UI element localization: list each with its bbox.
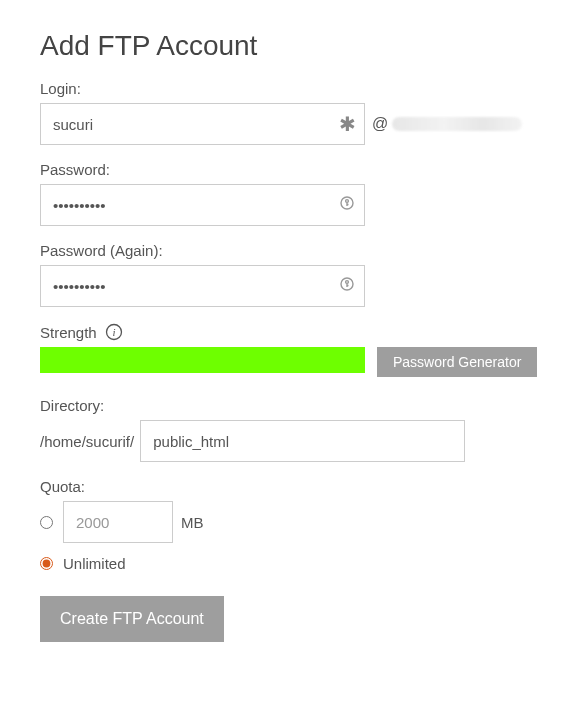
directory-input[interactable] [140,420,465,462]
directory-prefix: /home/sucurif/ [40,433,134,450]
password-generator-button[interactable]: Password Generator [377,347,537,377]
password-again-label: Password (Again): [40,242,543,259]
password-label: Password: [40,161,543,178]
info-icon[interactable]: i [105,323,123,341]
create-ftp-account-button[interactable]: Create FTP Account [40,596,224,642]
password-again-input[interactable] [40,265,365,307]
quota-label: Quota: [40,478,543,495]
strength-label: Strength [40,324,97,341]
svg-text:i: i [112,326,115,338]
domain-text [392,117,522,131]
quota-unlimited-radio[interactable] [40,557,53,570]
quota-limited-radio[interactable] [40,516,53,529]
quota-unit: MB [181,514,204,531]
strength-bar [40,347,365,373]
at-symbol: @ [372,115,388,133]
quota-unlimited-label: Unlimited [63,555,126,572]
password-input[interactable] [40,184,365,226]
page-title: Add FTP Account [40,30,543,62]
login-label: Login: [40,80,543,97]
directory-label: Directory: [40,397,543,414]
quota-value-input[interactable] [63,501,173,543]
login-input[interactable] [40,103,365,145]
